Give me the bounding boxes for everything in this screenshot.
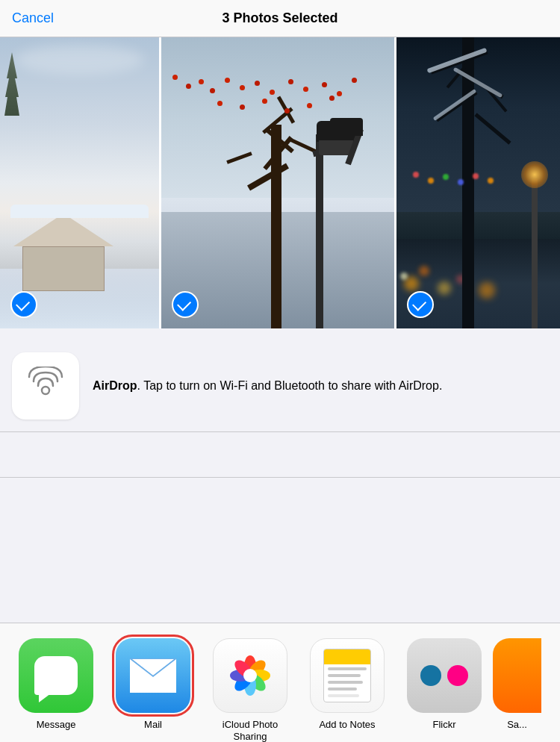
svg-point-11 bbox=[243, 669, 257, 682]
share-item-icloud[interactable]: iCloud PhotoSharing bbox=[202, 638, 299, 742]
photo-count: 3 bbox=[222, 10, 233, 25]
section-gap bbox=[0, 328, 560, 339]
photos-row bbox=[0, 37, 560, 328]
header: Cancel 3 Photos Selected bbox=[0, 0, 560, 37]
flickr-icon bbox=[407, 638, 482, 713]
share-item-notes[interactable]: Add to Notes bbox=[299, 638, 396, 731]
header-title: 3 Photos Selected bbox=[222, 10, 337, 26]
share-row: Message Mail bbox=[0, 623, 560, 742]
notes-label: Add to Notes bbox=[319, 719, 375, 731]
airdrop-section[interactable]: AirDrop. Tap to turn on Wi-Fi and Blueto… bbox=[0, 340, 560, 431]
flickr-label: Flickr bbox=[432, 719, 455, 731]
mail-label: Mail bbox=[144, 719, 162, 731]
photo-item-2[interactable] bbox=[161, 37, 394, 328]
flickr-pink-dot bbox=[447, 665, 468, 686]
partial-icon bbox=[493, 638, 541, 713]
message-bubble bbox=[34, 656, 78, 695]
mail-envelope-svg bbox=[130, 658, 176, 693]
icloud-icon bbox=[213, 638, 287, 713]
airdrop-icon-wrap bbox=[12, 352, 79, 420]
message-label: Message bbox=[37, 719, 76, 731]
icloud-label: iCloud PhotoSharing bbox=[223, 719, 278, 742]
share-item-mail[interactable]: Mail bbox=[105, 638, 202, 731]
check-badge-3 bbox=[407, 291, 434, 318]
photos-selected-label: Photos Selected bbox=[233, 10, 337, 25]
divider-2 bbox=[0, 477, 560, 478]
svg-point-0 bbox=[42, 387, 49, 394]
spacer bbox=[0, 432, 560, 477]
airdrop-title: AirDrop bbox=[93, 379, 137, 392]
flickr-dots bbox=[420, 665, 468, 686]
message-icon bbox=[19, 638, 93, 713]
share-item-flickr[interactable]: Flickr bbox=[396, 638, 493, 731]
check-badge-1 bbox=[10, 291, 37, 318]
flickr-blue-dot bbox=[420, 665, 441, 686]
photo-item-1[interactable] bbox=[0, 37, 159, 328]
airdrop-icon bbox=[26, 367, 65, 405]
share-item-message[interactable]: Message bbox=[7, 638, 105, 731]
partial-label: Sa... bbox=[507, 719, 527, 731]
photo-item-3[interactable] bbox=[396, 37, 560, 328]
photos-flower-icon bbox=[227, 652, 273, 699]
mail-envelope bbox=[130, 658, 176, 693]
mail-icon bbox=[116, 638, 190, 713]
airdrop-desc-text: . Tap to turn on Wi-Fi and Bluetooth to … bbox=[137, 379, 443, 392]
cancel-button[interactable]: Cancel bbox=[12, 10, 54, 26]
check-badge-2 bbox=[172, 291, 199, 318]
notes-icon bbox=[310, 638, 385, 713]
share-item-partial[interactable]: Sa... bbox=[493, 638, 541, 731]
airdrop-description: AirDrop. Tap to turn on Wi-Fi and Blueto… bbox=[93, 378, 442, 394]
